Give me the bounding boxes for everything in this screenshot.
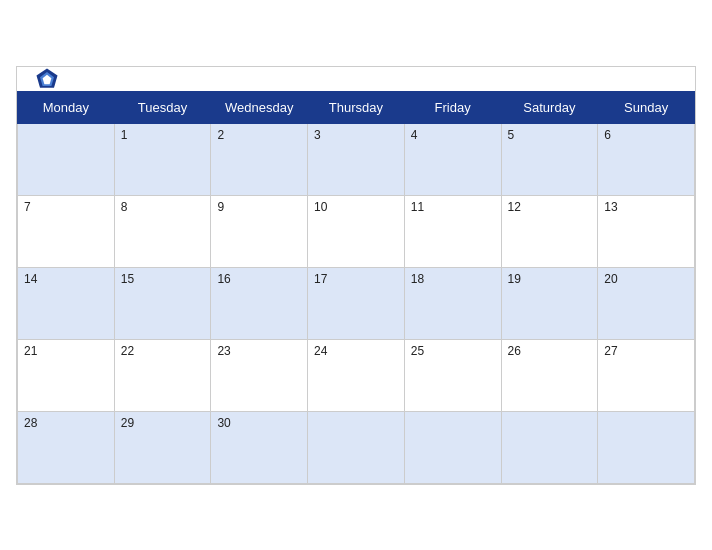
day-number: 25: [411, 344, 424, 358]
day-number: 8: [121, 200, 128, 214]
day-number: 15: [121, 272, 134, 286]
day-number: 23: [217, 344, 230, 358]
day-number: 16: [217, 272, 230, 286]
calendar-day-11: 11: [404, 195, 501, 267]
weekday-header-wednesday: Wednesday: [211, 91, 308, 123]
calendar-week-row: 282930: [18, 411, 695, 483]
calendar-empty-cell: [308, 411, 405, 483]
weekday-header-monday: Monday: [18, 91, 115, 123]
calendar-week-row: 21222324252627: [18, 339, 695, 411]
day-number: 20: [604, 272, 617, 286]
day-number: 12: [508, 200, 521, 214]
calendar-day-3: 3: [308, 123, 405, 195]
calendar-day-9: 9: [211, 195, 308, 267]
logo-area: [33, 65, 65, 93]
day-number: 13: [604, 200, 617, 214]
calendar-day-28: 28: [18, 411, 115, 483]
calendar-day-16: 16: [211, 267, 308, 339]
day-number: 21: [24, 344, 37, 358]
calendar-day-17: 17: [308, 267, 405, 339]
calendar-day-27: 27: [598, 339, 695, 411]
day-number: 1: [121, 128, 128, 142]
calendar-day-30: 30: [211, 411, 308, 483]
calendar-empty-cell: [501, 411, 598, 483]
day-number: 5: [508, 128, 515, 142]
day-number: 4: [411, 128, 418, 142]
day-number: 24: [314, 344, 327, 358]
calendar-week-row: 78910111213: [18, 195, 695, 267]
calendar-day-21: 21: [18, 339, 115, 411]
day-number: 28: [24, 416, 37, 430]
day-number: 22: [121, 344, 134, 358]
day-number: 17: [314, 272, 327, 286]
day-number: 7: [24, 200, 31, 214]
calendar-day-10: 10: [308, 195, 405, 267]
calendar-day-23: 23: [211, 339, 308, 411]
calendar-day-12: 12: [501, 195, 598, 267]
day-number: 9: [217, 200, 224, 214]
calendar-grid: MondayTuesdayWednesdayThursdayFridaySatu…: [17, 91, 695, 484]
weekday-header-thursday: Thursday: [308, 91, 405, 123]
day-number: 6: [604, 128, 611, 142]
weekday-header-saturday: Saturday: [501, 91, 598, 123]
weekday-header-friday: Friday: [404, 91, 501, 123]
weekday-header-row: MondayTuesdayWednesdayThursdayFridaySatu…: [18, 91, 695, 123]
weekday-header-sunday: Sunday: [598, 91, 695, 123]
day-number: 30: [217, 416, 230, 430]
day-number: 2: [217, 128, 224, 142]
calendar-day-8: 8: [114, 195, 211, 267]
day-number: 3: [314, 128, 321, 142]
calendar-day-22: 22: [114, 339, 211, 411]
day-number: 27: [604, 344, 617, 358]
calendar: MondayTuesdayWednesdayThursdayFridaySatu…: [16, 66, 696, 485]
calendar-header: [17, 67, 695, 91]
calendar-day-29: 29: [114, 411, 211, 483]
calendar-day-2: 2: [211, 123, 308, 195]
logo-icon: [33, 65, 61, 93]
day-number: 29: [121, 416, 134, 430]
calendar-day-24: 24: [308, 339, 405, 411]
calendar-day-1: 1: [114, 123, 211, 195]
day-number: 11: [411, 200, 424, 214]
day-number: 19: [508, 272, 521, 286]
calendar-day-6: 6: [598, 123, 695, 195]
calendar-day-20: 20: [598, 267, 695, 339]
day-number: 18: [411, 272, 424, 286]
calendar-empty-cell: [18, 123, 115, 195]
calendar-week-row: 14151617181920: [18, 267, 695, 339]
weekday-header-tuesday: Tuesday: [114, 91, 211, 123]
calendar-day-13: 13: [598, 195, 695, 267]
calendar-empty-cell: [598, 411, 695, 483]
calendar-day-18: 18: [404, 267, 501, 339]
calendar-day-15: 15: [114, 267, 211, 339]
calendar-day-14: 14: [18, 267, 115, 339]
day-number: 10: [314, 200, 327, 214]
day-number: 14: [24, 272, 37, 286]
calendar-day-25: 25: [404, 339, 501, 411]
calendar-day-4: 4: [404, 123, 501, 195]
calendar-day-5: 5: [501, 123, 598, 195]
calendar-day-7: 7: [18, 195, 115, 267]
calendar-empty-cell: [404, 411, 501, 483]
day-number: 26: [508, 344, 521, 358]
calendar-day-19: 19: [501, 267, 598, 339]
calendar-day-26: 26: [501, 339, 598, 411]
calendar-week-row: 123456: [18, 123, 695, 195]
